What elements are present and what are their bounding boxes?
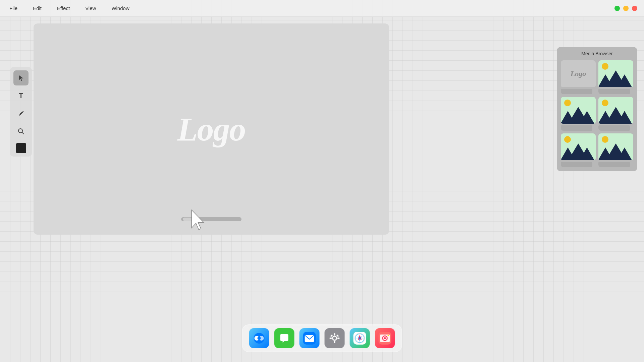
media-browser-title: Media Browser	[561, 51, 633, 56]
media-grid: Logo	[561, 60, 633, 167]
media-thumb-6	[598, 133, 633, 160]
mountain3-5	[580, 147, 594, 160]
color-swatch[interactable]	[16, 143, 26, 153]
mountain2-3	[561, 111, 575, 124]
media-thumb-4	[598, 97, 633, 124]
mountain3-6	[617, 147, 632, 160]
toolbar: T	[10, 67, 32, 157]
dock-mail[interactable]	[300, 328, 320, 348]
svg-point-31	[388, 335, 389, 336]
zoom-tool[interactable]	[13, 124, 29, 139]
media-label-5	[561, 162, 592, 167]
canvas-logo: Logo	[177, 110, 245, 148]
mountain3-3	[580, 111, 594, 124]
svg-point-8	[258, 337, 261, 340]
text-tool[interactable]: T	[13, 88, 29, 103]
dock	[242, 324, 402, 352]
media-thumb-5	[561, 133, 596, 160]
scrollbar-thumb[interactable]	[182, 217, 193, 221]
svg-marker-0	[19, 75, 23, 81]
dock-messages[interactable]	[274, 328, 294, 348]
media-browser: Media Browser Logo	[557, 47, 637, 171]
sun-icon-5	[564, 136, 571, 143]
media-item-6[interactable]	[598, 133, 633, 167]
menu-view[interactable]: View	[83, 4, 99, 12]
media-label-3	[561, 125, 592, 131]
media-item-2[interactable]	[598, 60, 633, 94]
media-label-2	[598, 89, 630, 94]
media-label-6	[598, 162, 630, 167]
svg-rect-14	[334, 333, 335, 336]
dock-screenshot[interactable]	[375, 328, 395, 348]
mountain3-2	[617, 74, 632, 87]
sun-icon-2	[602, 63, 608, 70]
menu-file[interactable]: File	[7, 4, 20, 12]
menu-bar: File Edit Effect View Window	[0, 0, 644, 17]
dock-finder[interactable]	[249, 328, 269, 348]
dock-safari[interactable]	[350, 328, 370, 348]
sun-icon-3	[564, 100, 571, 106]
media-thumb-2	[598, 60, 633, 87]
mountain3-4	[617, 111, 632, 124]
menu-effect[interactable]: Effect	[54, 4, 72, 12]
svg-line-3	[22, 132, 24, 134]
window-btn-yellow[interactable]	[623, 6, 629, 11]
window-btn-red[interactable]	[632, 6, 637, 11]
media-item-5[interactable]	[561, 133, 596, 167]
window-btn-green[interactable]	[614, 6, 620, 11]
svg-rect-17	[337, 338, 340, 339]
mountain2-2	[598, 74, 613, 87]
pen-tool[interactable]	[13, 106, 29, 121]
mountain2-5	[561, 147, 575, 160]
media-thumb-3	[561, 97, 596, 124]
menu-items: File Edit Effect View Window	[7, 4, 132, 12]
media-label-4	[598, 125, 630, 131]
media-item-3[interactable]	[561, 97, 596, 131]
media-label-1	[561, 89, 592, 94]
media-item-4[interactable]	[598, 97, 633, 131]
svg-rect-15	[334, 341, 335, 343]
sun-icon-6	[602, 136, 608, 143]
svg-point-30	[384, 337, 386, 339]
select-tool[interactable]	[13, 70, 29, 85]
mountain2-6	[598, 147, 613, 160]
cursor	[188, 208, 208, 235]
sun-icon-4	[602, 100, 608, 106]
menu-edit[interactable]: Edit	[30, 4, 44, 12]
mountain2-4	[598, 111, 613, 124]
media-item-logo[interactable]: Logo	[561, 60, 596, 94]
media-logo-text: Logo	[571, 69, 586, 78]
canvas-area: Logo	[34, 23, 389, 235]
svg-rect-16	[330, 338, 332, 339]
canvas-scrollbar[interactable]	[181, 217, 241, 221]
svg-point-1	[22, 111, 24, 112]
window-controls	[614, 0, 644, 17]
media-thumb-logo: Logo	[561, 60, 596, 87]
dock-settings[interactable]	[325, 328, 345, 348]
menu-window[interactable]: Window	[109, 4, 132, 12]
